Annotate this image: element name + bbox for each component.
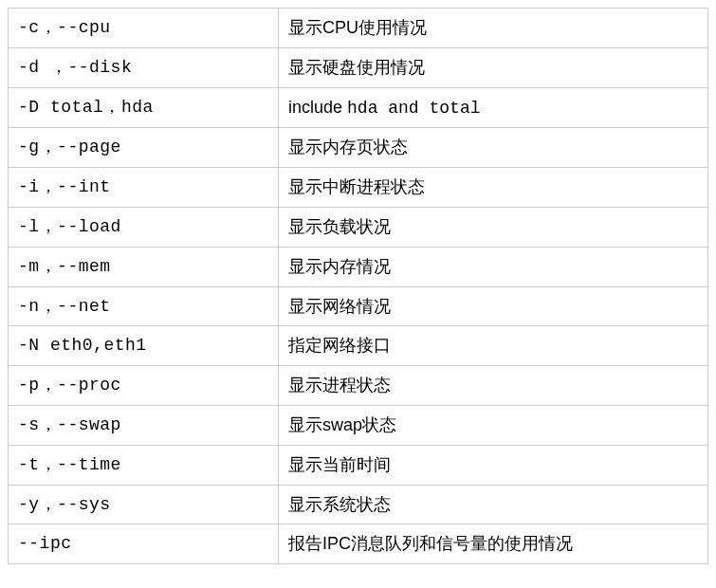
table-row: -N eth0,eth1 指定网络接口	[9, 326, 708, 366]
table-row: -s，--swap 显示swap状态	[9, 405, 708, 445]
table-row: -l，--load 显示负载状况	[9, 207, 708, 247]
description-cell: 显示内存情况	[279, 247, 708, 286]
option-cell: -y，--sys	[9, 485, 279, 524]
description-cell: 显示网络情况	[279, 286, 708, 326]
description-cell: 显示CPU使用情况	[279, 9, 708, 48]
option-cell: -l，--load	[9, 207, 279, 247]
table-row: -g，--page 显示内存页状态	[9, 128, 708, 168]
option-cell: -g，--page	[9, 128, 279, 168]
option-cell: --ipc	[9, 524, 279, 564]
description-cell: 报告IPC消息队列和信号量的使用情况	[279, 524, 708, 564]
description-cell: 显示系统状态	[279, 485, 708, 524]
description-cell: include include hda and totalhda and tot…	[279, 87, 708, 128]
table-row: -n，--net 显示网络情况	[9, 286, 708, 326]
table-body: -c，--cpu 显示CPU使用情况 -d ，--disk 显示硬盘使用情况 -…	[9, 9, 708, 564]
option-cell: -t，--time	[9, 445, 279, 485]
description-cell: 显示内存页状态	[279, 128, 708, 168]
description-cell: 显示进程状态	[279, 366, 708, 406]
table-row: --ipc 报告IPC消息队列和信号量的使用情况	[9, 524, 708, 564]
description-cell: 显示当前时间	[279, 445, 708, 485]
description-cell: 显示中断进程状态	[279, 168, 708, 208]
option-cell: -i，--int	[9, 168, 279, 208]
description-cell: 显示硬盘使用情况	[279, 47, 708, 87]
description-cell: 指定网络接口	[279, 326, 708, 366]
description-cell: 显示swap状态	[279, 405, 708, 445]
table-row: -c，--cpu 显示CPU使用情况	[9, 9, 708, 48]
option-cell: -m，--mem	[9, 247, 279, 286]
option-cell: -N eth0,eth1	[9, 326, 279, 366]
table-row: -D total，hda include include hda and tot…	[9, 87, 708, 128]
option-cell: -n，--net	[9, 286, 279, 326]
table-row: -y，--sys 显示系统状态	[9, 485, 708, 524]
option-cell: -c，--cpu	[9, 9, 279, 48]
table-row: -t，--time 显示当前时间	[9, 445, 708, 485]
table-row: -d ，--disk 显示硬盘使用情况	[9, 47, 708, 87]
option-cell: -p，--proc	[9, 366, 279, 406]
options-table: -c，--cpu 显示CPU使用情况 -d ，--disk 显示硬盘使用情况 -…	[8, 8, 708, 564]
option-cell: -s，--swap	[9, 405, 279, 445]
table-row: -m，--mem 显示内存情况	[9, 247, 708, 286]
option-cell: -D total，hda	[9, 87, 279, 128]
table-row: -p，--proc 显示进程状态	[9, 366, 708, 406]
table-row: -i，--int 显示中断进程状态	[9, 168, 708, 208]
description-cell: 显示负载状况	[279, 207, 708, 247]
option-cell: -d ，--disk	[9, 47, 279, 87]
